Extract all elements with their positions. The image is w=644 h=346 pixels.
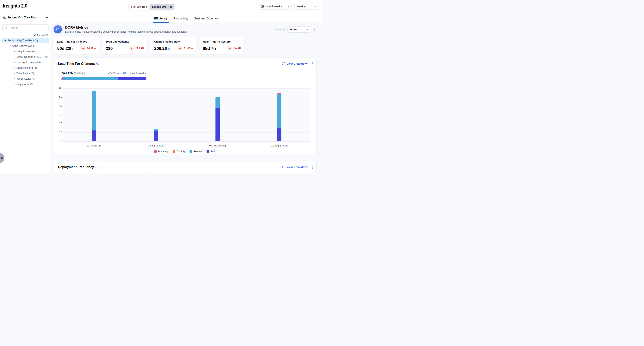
tab-productivity[interactable]: Productivity [174, 17, 188, 23]
info-icon[interactable] [123, 72, 126, 75]
active-tab-underline [152, 22, 169, 23]
date-range-value: Last 4 Weeks [266, 5, 282, 8]
legend-label: Planning [158, 150, 168, 153]
org-tree-option-first-org-tree[interactable]: First Org Tree [129, 4, 149, 9]
metric-delta: 21.23% [129, 46, 144, 51]
tree-item-lindsay-liszewski-8[interactable]: Lindsay Liszewski (8) [2, 60, 49, 65]
view-breakdown-label: View Breakdown [286, 62, 308, 65]
stacked-bar-28-jul-03-aug[interactable] [154, 129, 158, 141]
info-icon[interactable] [96, 62, 99, 65]
dora-menu-button[interactable] [314, 27, 316, 32]
sidebar: Second Org Tree Root Expand All Second O… [0, 13, 51, 173]
deployment-summary-placeholder [58, 172, 149, 173]
tree-item-maya-yette-3[interactable]: Maya Yette (3) [2, 81, 49, 87]
lead-time-menu-button[interactable] [311, 61, 314, 66]
org-tree: Second Org Tree Root (1)Anna Scozzafava … [0, 38, 51, 87]
y-tick-label: 50 [58, 95, 62, 98]
tree-item-tony-pallas-5[interactable]: Tony Pallas (5) [2, 70, 49, 76]
summary-qualifier: (Average) [74, 72, 85, 75]
metric-value-row: 50d 22h84.37% [57, 46, 96, 51]
sidebar-search[interactable] [2, 24, 48, 31]
chevron-right-icon[interactable] [13, 50, 15, 52]
tree-item-label: Brian Kirkland (6) [16, 66, 37, 69]
showing-label: Showing [275, 28, 285, 31]
expand-icon [282, 62, 285, 65]
chevron-right-icon[interactable] [13, 72, 15, 74]
metric-value: 230 [106, 46, 112, 51]
tree-item-second-org-tree-root-1[interactable]: Second Org Tree Root (1) [2, 38, 49, 43]
chevron-down-icon[interactable] [8, 45, 11, 47]
search-input[interactable] [9, 26, 46, 29]
expand-all-button[interactable]: Expand All [0, 32, 51, 38]
tree-item-label: Jason Stead (4) [16, 77, 35, 80]
calendar-icon [261, 5, 264, 8]
delta-percent: 31.63% [184, 47, 193, 50]
sidebar-root-label: Second Org Tree Root [7, 16, 37, 19]
legend-swatch [173, 150, 175, 153]
lead-time-title: Lead Time For Changes [58, 62, 99, 66]
tree-item-mary-lowery-6[interactable]: Mary Lowery (6) [2, 49, 49, 54]
legend-item-coding[interactable]: Coding [173, 150, 185, 153]
x-tick-label: 28 Jul-03 Aug [126, 144, 186, 147]
tree-item-brian-kirkland-6[interactable]: Brian Kirkland (6) [2, 65, 49, 70]
stacked-bar-21-jul-27-jul[interactable] [92, 91, 96, 141]
lead-time-card: Lead Time For Changes View Breakdown [54, 57, 316, 154]
y-tick-label: 40 [58, 104, 62, 107]
metric-title: Change Failure Rate [154, 40, 193, 43]
summary-meta: 404 Tickets | Last 4 Weeks [108, 72, 146, 75]
metric-unit: % [168, 47, 170, 50]
legend-swatch [190, 150, 192, 153]
date-range-dropdown[interactable]: Last 4 Weeks [259, 3, 292, 9]
chevron-down-icon [287, 5, 289, 7]
app-title: Insights 2.0 [3, 3, 28, 9]
delta-percent: 84.37% [87, 47, 96, 50]
tab-business-alignment[interactable]: Business Alignment [194, 17, 219, 23]
gridline-y60 [63, 88, 310, 89]
chevron-down-icon [314, 5, 316, 7]
stacked-bar-04-aug-10-aug[interactable] [216, 97, 220, 141]
metric-delta: 84.37% [80, 46, 96, 51]
tree-item-jason-stead-4[interactable]: Jason Stead (4) [2, 76, 49, 81]
metric-value: 50d 22h [57, 46, 73, 51]
stacked-bar-11-aug-17-aug[interactable] [277, 93, 282, 141]
separator: | [128, 72, 128, 75]
legend-item-review[interactable]: Review [190, 150, 202, 153]
filter-sliders-icon[interactable] [45, 55, 48, 58]
y-tick-label: 0 [58, 140, 62, 143]
showing-dropdown[interactable]: Mean [288, 26, 311, 33]
metric-title: Mean Time To Restore [203, 40, 241, 43]
legend-item-build[interactable]: Build [206, 150, 216, 153]
trend-up-icon [80, 46, 86, 51]
tree-item-anna-scozzafava-7[interactable]: Anna Scozzafava (7) [2, 43, 49, 49]
deployment-menu-button[interactable] [311, 165, 314, 170]
chevron-down-icon[interactable] [4, 39, 6, 41]
lead-time-card-header: Lead Time For Changes View Breakdown [58, 61, 312, 66]
chevron-right-icon[interactable] [13, 67, 15, 69]
trend-up-icon [227, 46, 232, 51]
chevron-right-icon[interactable] [13, 78, 15, 80]
metric-card-mean-time-to-restore: Mean Time To Restore85d 7h40.8% [199, 37, 245, 55]
metric-cards-row: Lead Time For Changes50d 22h84.37%Total … [54, 37, 316, 55]
legend-item-planning[interactable]: Planning [154, 150, 168, 153]
trend-down-icon [129, 46, 134, 51]
chevron-right-icon[interactable] [13, 83, 15, 85]
tree-item-label: Lindsay Liszewski (8) [16, 61, 42, 64]
chevron-right-icon[interactable] [13, 61, 15, 63]
view-breakdown-label: View Breakdown [286, 166, 308, 169]
view-breakdown-button[interactable]: View Breakdown [282, 62, 308, 65]
metric-delta: 40.8% [227, 46, 241, 51]
tree-item-direct-reports-of-a[interactable]: Direct Reports of A... [2, 54, 49, 60]
tab-efficiency[interactable]: Efficiency [154, 17, 168, 23]
granularity-dropdown[interactable]: Weekly [294, 3, 319, 9]
delta-percent: 40.8% [234, 47, 241, 50]
tree-item-label: Maya Yette (3) [16, 83, 34, 86]
bar-segment-build [277, 128, 282, 141]
chevron-up-icon[interactable] [46, 16, 48, 19]
dora-header: DORA Metrics DORA metrics measure softwa… [54, 25, 316, 33]
view-breakdown-button[interactable]: View Breakdown [282, 166, 308, 169]
info-icon[interactable] [95, 166, 98, 169]
legend-label: Review [193, 150, 202, 153]
gridline-y20 [63, 124, 310, 124]
org-tree-option-second-org-tree[interactable]: Second Org Tree [150, 4, 174, 9]
gridline-y10 [63, 133, 310, 133]
